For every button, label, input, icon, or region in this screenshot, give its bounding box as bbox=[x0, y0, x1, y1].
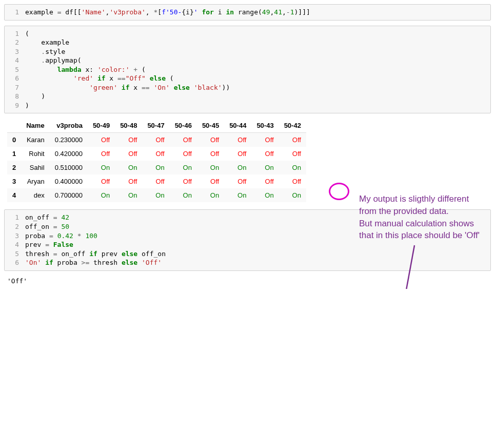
styled-th bbox=[7, 119, 21, 133]
table-cell: On bbox=[115, 161, 142, 174]
table-cell: Off bbox=[197, 174, 224, 188]
table-cell: 3 bbox=[7, 174, 21, 188]
table-cell: Off bbox=[279, 133, 306, 147]
table-cell: Off bbox=[115, 133, 142, 147]
styled-th: 50-46 bbox=[170, 119, 197, 133]
styled-output-table: Namev3proba50-4950-4850-4750-4650-4550-4… bbox=[7, 119, 306, 202]
table-cell: Off bbox=[170, 147, 197, 161]
table-cell: Off bbox=[197, 147, 224, 161]
table-cell: Off bbox=[251, 174, 279, 188]
table-cell: On bbox=[142, 161, 169, 174]
cell3-output: 'Off' bbox=[4, 276, 491, 285]
styled-th: 50-42 bbox=[279, 119, 306, 133]
table-cell: On bbox=[170, 188, 197, 202]
table-cell: 0.510000 bbox=[50, 161, 88, 174]
table-cell: On bbox=[197, 188, 224, 202]
table-cell: Karan bbox=[21, 133, 49, 147]
table-cell: On bbox=[88, 161, 115, 174]
table-cell: Off bbox=[251, 133, 279, 147]
table-cell: On bbox=[197, 161, 224, 174]
table-cell: On bbox=[170, 161, 197, 174]
table-cell: Off bbox=[115, 174, 142, 188]
table-cell: Aryan bbox=[21, 174, 49, 188]
gutter-3: 123456 bbox=[5, 210, 23, 270]
table-cell: 4 bbox=[7, 188, 21, 202]
styled-th: Name bbox=[21, 119, 49, 133]
table-cell: On bbox=[142, 188, 169, 202]
styled-th: 50-47 bbox=[142, 119, 169, 133]
table-cell: On bbox=[224, 161, 251, 174]
table-cell: Off bbox=[88, 133, 115, 147]
annotation-line: But manual calculation shows bbox=[359, 218, 480, 230]
table-cell: On bbox=[279, 188, 306, 202]
table-cell: Off bbox=[224, 174, 251, 188]
table-cell: 0.700000 bbox=[50, 188, 88, 202]
code-2[interactable]: ( example .style .applymap( lambda x: 'c… bbox=[23, 26, 490, 113]
table-cell: On bbox=[279, 161, 306, 174]
table-cell: Sahil bbox=[21, 161, 49, 174]
circle-annotation-top bbox=[329, 183, 349, 200]
table-cell: 0.230000 bbox=[50, 133, 88, 147]
table-row: 2Sahil0.510000OnOnOnOnOnOnOnOn bbox=[7, 161, 306, 174]
styled-th: v3proba bbox=[50, 119, 88, 133]
table-cell: 0.400000 bbox=[50, 174, 88, 188]
annotation-text: My output is sligthly different from the… bbox=[359, 193, 480, 242]
table-cell: Off bbox=[170, 174, 197, 188]
table-cell: 0 bbox=[7, 133, 21, 147]
code-cell-2[interactable]: 123456789 ( example .style .applymap( la… bbox=[4, 26, 491, 114]
annotation-line: from the provided data. bbox=[359, 205, 480, 218]
table-cell: Off bbox=[197, 133, 224, 147]
table-row: 4dex0.700000OnOnOnOnOnOnOnOn bbox=[7, 188, 306, 202]
table-cell: Off bbox=[88, 174, 115, 188]
table-row: 3Aryan0.400000OffOffOffOffOffOffOffOff bbox=[7, 174, 306, 188]
gutter-1: 1 bbox=[5, 5, 23, 20]
table-cell: Off bbox=[142, 147, 169, 161]
table-cell: Off bbox=[251, 147, 279, 161]
code-cell-1[interactable]: 1 example = df[['Name','v3proba', *[f'50… bbox=[4, 4, 491, 21]
table-cell: On bbox=[224, 188, 251, 202]
table-cell: Off bbox=[142, 133, 169, 147]
table-cell: On bbox=[115, 188, 142, 202]
table-row: 0Karan0.230000OffOffOffOffOffOffOffOff bbox=[7, 133, 306, 147]
table-cell: On bbox=[251, 161, 279, 174]
table-cell: On bbox=[251, 188, 279, 202]
table-cell: Off bbox=[224, 147, 251, 161]
table-cell: Off bbox=[115, 147, 142, 161]
table-cell: Rohit bbox=[21, 147, 49, 161]
table-cell: Off bbox=[170, 133, 197, 147]
gutter-2: 123456789 bbox=[5, 26, 23, 113]
table-cell: Off bbox=[224, 133, 251, 147]
styled-th: 50-48 bbox=[115, 119, 142, 133]
table-cell: Off bbox=[88, 147, 115, 161]
table-row: 1Rohit0.420000OffOffOffOffOffOffOffOff bbox=[7, 147, 306, 161]
styled-th: 50-45 bbox=[197, 119, 224, 133]
annotation-line: My output is sligthly different bbox=[359, 193, 480, 205]
styled-th: 50-49 bbox=[88, 119, 115, 133]
table-cell: Off bbox=[279, 147, 306, 161]
table-cell: 0.420000 bbox=[50, 147, 88, 161]
table-cell: Off bbox=[279, 174, 306, 188]
styled-th: 50-43 bbox=[251, 119, 279, 133]
annotation-line: that in this place should be 'Off' bbox=[359, 229, 480, 242]
styled-th: 50-44 bbox=[224, 119, 251, 133]
code-1[interactable]: example = df[['Name','v3proba', *[f'50-{… bbox=[23, 5, 490, 20]
table-cell: 2 bbox=[7, 161, 21, 174]
table-cell: Off bbox=[142, 174, 169, 188]
table-cell: dex bbox=[21, 188, 49, 202]
table-cell: 1 bbox=[7, 147, 21, 161]
table-cell: On bbox=[88, 188, 115, 202]
